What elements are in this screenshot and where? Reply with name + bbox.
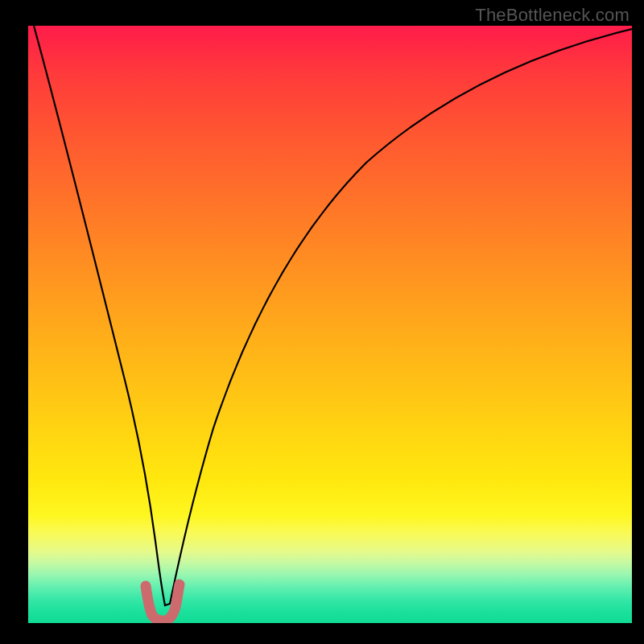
- chart-plot-area: [28, 26, 632, 623]
- chart-frame: TheBottleneck.com: [0, 0, 644, 644]
- chart-svg: [28, 26, 632, 623]
- bottleneck-curve: [34, 26, 632, 605]
- attribution-text: TheBottleneck.com: [475, 5, 630, 26]
